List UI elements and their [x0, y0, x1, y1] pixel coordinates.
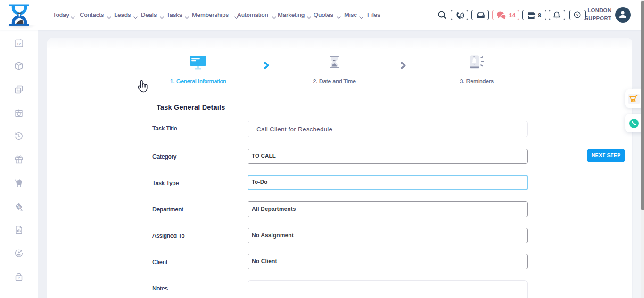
- svg-text:?: ?: [18, 276, 20, 280]
- svg-text:12: 12: [17, 42, 21, 46]
